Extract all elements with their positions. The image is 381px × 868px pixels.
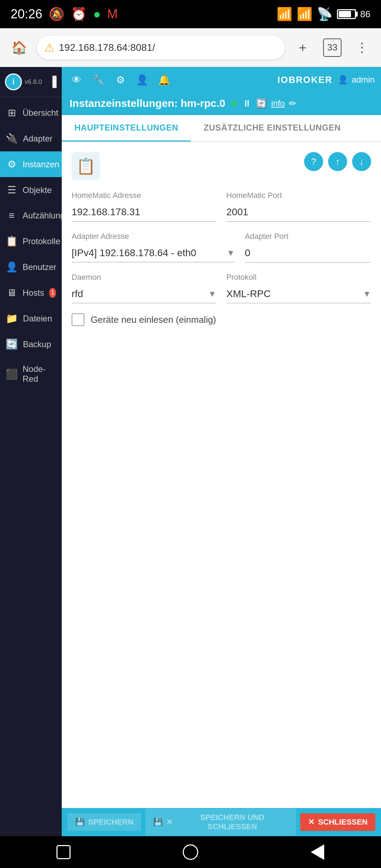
close-button[interactable]: ✕ SCHLIESSEN [300,813,375,831]
adapter-adresse-select-wrapper: [IPv4] 192.168.178.64 - eth0 [IPv4] 127.… [72,244,235,263]
instance-edit-button[interactable]: ✏ [289,98,297,109]
protokoll-select[interactable]: XML-RPC BIN-RPC [226,288,363,299]
upload-button[interactable]: ↑ [328,152,347,171]
homematic-port-label: HomeMatic Port [226,191,371,200]
homematic-adresse-input[interactable] [72,203,217,222]
browser-menu-button[interactable]: ⋮ [350,36,374,60]
adapter-port-input[interactable] [245,244,371,263]
sidebar-item-node-red[interactable]: ⬛ Node-Red [0,357,62,391]
daemon-arrow-icon: ▼ [208,289,217,299]
browser-tab-count-button[interactable]: 33 [320,36,344,60]
adapter-icon: 🔌 [6,133,18,144]
protokoll-arrow-icon: ▼ [363,289,371,299]
nav-bar [0,836,381,868]
sidebar-item-adapter[interactable]: 🔌 Adapter [0,126,62,151]
daemon-group: Daemon rfd hs485d CUxD ▼ [72,273,217,303]
browser-url-bar[interactable]: ⚠ 192.168.178.64:8081/ [37,36,285,60]
save-close-label: SPEICHERN UND SCHLIESSEN [176,813,288,831]
download-button[interactable]: ↓ [352,152,371,171]
help-button[interactable]: ? [304,152,323,171]
user-avatar-icon: 👤 [338,75,348,85]
toolbar-bell-button[interactable]: 🔔 [156,71,173,88]
sidebar-item-aufzaehlungen[interactable]: ≡ Aufzählungen [0,203,62,228]
toolbar-wrench-button[interactable]: 🔧 [90,71,107,88]
browser-home-button[interactable]: 🏠 [7,36,31,60]
sidebar-item-instanzen[interactable]: ⚙ Instanzen [0,151,62,177]
adapter-icon-box: 📋 [72,152,100,180]
battery-icon [337,9,356,19]
homematic-adresse-label: HomeMatic Adresse [72,191,217,200]
sidebar-item-protokolle[interactable]: 📋 Protokolle [0,228,62,254]
sidebar-item-objekte[interactable]: ☰ Objekte [0,177,62,203]
adapter-adresse-select[interactable]: [IPv4] 192.168.178.64 - eth0 [IPv4] 127.… [72,247,226,258]
hosts-icon: 🖥 [6,287,18,299]
toolbar-brand: IOBROKER [278,74,333,85]
toolbar-person-button[interactable]: 👤 [134,71,151,88]
sidebar-item-backup[interactable]: 🔄 Backup [0,331,62,357]
main-content: 👁 🔧 ⚙ 👤 🔔 IOBROKER 👤 admin Instanzeinste… [62,67,381,868]
toolbar-user[interactable]: 👤 admin [338,75,375,85]
instance-pause-button[interactable]: ⏸ [242,98,252,109]
sidebar-nav: ⊞ Übersicht 🔌 Adapter ⚙ Instanzen ☰ Obje… [0,97,62,832]
settings-top-row: 📋 ? ↑ ↓ [72,152,371,180]
status-right: 📶 📶 📡 86 [277,7,370,22]
toolbar-eye-button[interactable]: 👁 [68,71,85,88]
save-icon: 💾 [75,818,85,827]
daemon-protokoll-row: Daemon rfd hs485d CUxD ▼ Protokoll [72,273,371,303]
save-close-button[interactable]: 💾 ✕ SPEICHERN UND SCHLIESSEN [145,809,296,836]
battery-level: 86 [360,9,370,20]
nav-back-button[interactable] [303,838,332,866]
status-bar: 20:26 🔕 ⏰ ● M 📶 📶 📡 86 [0,0,381,28]
nav-triangle-icon [311,844,324,860]
sidebar: i v6.8.0 ‹ ⊞ Übersicht 🔌 Adapter ⚙ Insta… [0,67,62,868]
tab-zusaetzliche-einstellungen[interactable]: ZUSÄTZLICHE EINSTELLUNGEN [191,115,353,141]
backup-icon: 🔄 [6,338,18,350]
dateien-icon: 📁 [6,313,18,324]
aufzaehlungen-icon: ≡ [6,210,18,221]
action-buttons: ? ↑ ↓ [304,152,371,171]
sidebar-item-label: Instanzen [23,159,59,169]
adapter-adresse-label: Adapter Adresse [72,232,235,241]
homematic-port-input[interactable] [226,203,371,222]
nav-square-button[interactable] [49,838,78,866]
sidebar-item-label: Node-Red [23,364,56,384]
browser-add-tab-button[interactable]: ＋ [291,36,315,60]
url-text: 192.168.178.64:8081/ [59,42,277,53]
protokoll-select-wrapper: XML-RPC BIN-RPC ▼ [226,285,371,303]
sidebar-item-uebersicht[interactable]: ⊞ Übersicht [0,100,62,126]
geraete-checkbox[interactable] [72,313,84,326]
tab-haupteinstellungen[interactable]: HAUPTEINSTELLUNGEN [62,115,191,141]
sidebar-item-label: Backup [23,339,51,349]
close-x-icon: ✕ [166,818,173,827]
sidebar-version: v6.8.0 [25,78,42,86]
sidebar-item-dateien[interactable]: 📁 Dateien [0,306,62,331]
save-button[interactable]: 💾 SPEICHERN [67,813,141,831]
whatsapp-icon: ● [93,7,101,22]
browser-bar: 🏠 ⚠ 192.168.178.64:8081/ ＋ 33 ⋮ [0,28,381,67]
daemon-select[interactable]: rfd hs485d CUxD [72,288,208,299]
gmail-icon: M [107,7,118,22]
sidebar-collapse-button[interactable]: ‹ [52,76,57,88]
sidebar-item-label: Übersicht [23,108,58,118]
daemon-label: Daemon [72,273,217,282]
signal-icon: 📶 [277,7,292,22]
save-close-icon: 💾 [153,818,163,827]
wifi-icon: 📡 [317,7,333,22]
close-icon: ✕ [308,818,314,827]
uebersicht-icon: ⊞ [6,107,18,119]
adapter-port-label: Adapter Port [245,232,371,241]
nav-home-button[interactable] [176,838,205,866]
instance-info-button[interactable]: info [271,98,285,108]
homematic-port-group: HomeMatic Port [226,191,371,222]
adapter-visual-icon: 📋 [76,157,96,175]
sidebar-item-benutzer[interactable]: 👤 Benutzer [0,254,62,280]
close-label: SCHLIESSEN [318,818,368,827]
sidebar-item-hosts[interactable]: 🖥 Hosts 1 [0,280,62,306]
node-red-icon: ⬛ [6,368,18,380]
instance-refresh-button[interactable]: 🔄 [256,98,267,109]
protokoll-label: Protokoll [226,273,371,282]
instance-title: Instanzeinstellungen: hm-rpc.0 [69,97,225,109]
sidebar-logo: i v6.8.0 [5,73,42,90]
homematic-row: HomeMatic Adresse HomeMatic Port [72,191,371,222]
toolbar-gear-button[interactable]: ⚙ [112,71,129,88]
